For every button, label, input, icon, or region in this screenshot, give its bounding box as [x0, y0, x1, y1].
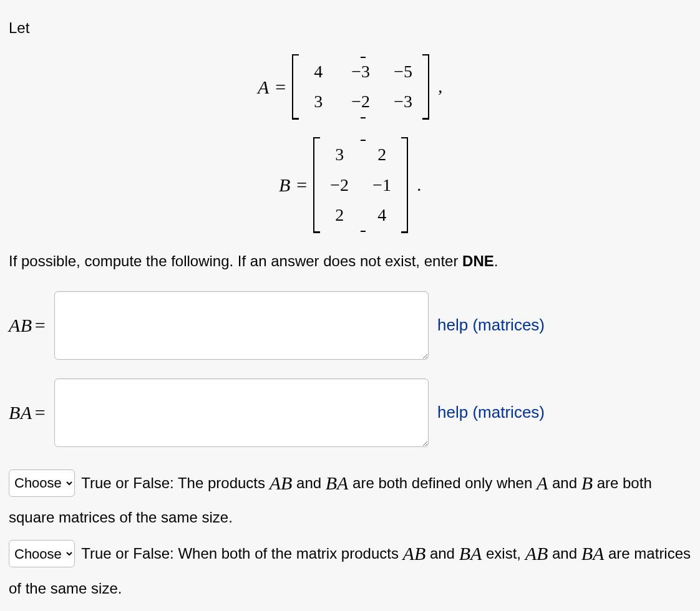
- equals-sign: =: [275, 74, 286, 101]
- matrix-a-name: A: [258, 74, 269, 101]
- tf1-pre: True or False: The products: [77, 474, 270, 491]
- matrix-cell: 2: [361, 140, 403, 170]
- ba-input[interactable]: [54, 378, 429, 447]
- matrix-b-name: B: [279, 171, 290, 199]
- problem-container: Let A = 4 −3 −5 3 −2 −3: [0, 0, 700, 611]
- matrix-a-trail: ,: [438, 74, 442, 100]
- ba-label-text: BA: [9, 402, 32, 423]
- matrix-cell: 3: [297, 87, 339, 117]
- tf2-ba: BA: [459, 543, 482, 564]
- ab-label-text: AB: [9, 315, 32, 335]
- tf1-ab: AB: [270, 473, 293, 493]
- matrix-a-block: A = 4 −3 −5 3 −2 −3 ,: [9, 54, 691, 120]
- ba-eq: =: [35, 402, 46, 423]
- answer-row-ab: AB= help (matrices): [9, 291, 691, 360]
- tf1-a: A: [537, 473, 548, 493]
- matrix-cell: 4: [297, 57, 339, 87]
- tf2-ba2: BA: [581, 543, 605, 564]
- tf2-text: True or False: When both of the matrix p…: [9, 545, 691, 597]
- tf-question-1: Choose True or False: The products AB an…: [9, 464, 691, 533]
- instruction-text: If possible, compute the following. If a…: [9, 251, 691, 272]
- matrix-b-block: B = 3 2 −2 −1 2 4: [9, 137, 691, 233]
- tf2-and: and: [425, 545, 459, 562]
- tf2-ab2: AB: [525, 543, 548, 564]
- matrix-cell: −3: [382, 87, 424, 117]
- intro-text: Let: [9, 17, 691, 39]
- ab-label: AB=: [9, 312, 46, 339]
- matrix-a: 4 −3 −5 3 −2 −3: [292, 54, 429, 120]
- tf1-b: B: [581, 473, 593, 493]
- equals-sign: =: [296, 171, 307, 199]
- ab-eq: =: [35, 315, 46, 335]
- instruction-dne: DNE: [462, 253, 494, 269]
- matrix-cell: −2: [339, 87, 382, 117]
- matrix-cell: −2: [318, 170, 361, 201]
- tf2-exist: exist,: [482, 545, 525, 562]
- matrix-cell: −5: [382, 57, 424, 87]
- tf1-midtext2: are both defined only when: [348, 474, 537, 491]
- instruction-post: .: [494, 253, 498, 269]
- matrix-cell: 3: [318, 140, 361, 170]
- help-matrices-link[interactable]: help (matrices): [437, 314, 545, 337]
- tf1-and2: and: [548, 474, 581, 491]
- instruction-pre: If possible, compute the following. If a…: [9, 253, 462, 269]
- matrix-b-trail: .: [417, 173, 421, 198]
- answer-row-ba: BA= help (matrices): [9, 378, 691, 447]
- tf1-and1: and: [292, 474, 325, 491]
- tf-select-2[interactable]: Choose: [9, 540, 75, 567]
- matrix-cell: 4: [361, 200, 403, 231]
- tf2-ab: AB: [403, 543, 426, 564]
- tf2-pre: True or False: When both of the matrix p…: [77, 545, 403, 562]
- tf1-ba: BA: [326, 473, 349, 493]
- matrix-cell: −1: [361, 170, 403, 201]
- tf2-and2: and: [548, 545, 581, 562]
- help-matrices-link[interactable]: help (matrices): [437, 401, 545, 425]
- matrix-cell: 2: [318, 200, 361, 231]
- ba-label: BA=: [9, 399, 46, 426]
- matrix-cell: −3: [339, 57, 382, 87]
- tf-question-2: Choose True or False: When both of the m…: [9, 535, 691, 604]
- matrix-b: 3 2 −2 −1 2 4: [313, 137, 408, 233]
- tf-select-1[interactable]: Choose: [9, 469, 75, 497]
- tf1-text: True or False: The products AB and BA ar…: [9, 474, 652, 526]
- ab-input[interactable]: [54, 291, 429, 360]
